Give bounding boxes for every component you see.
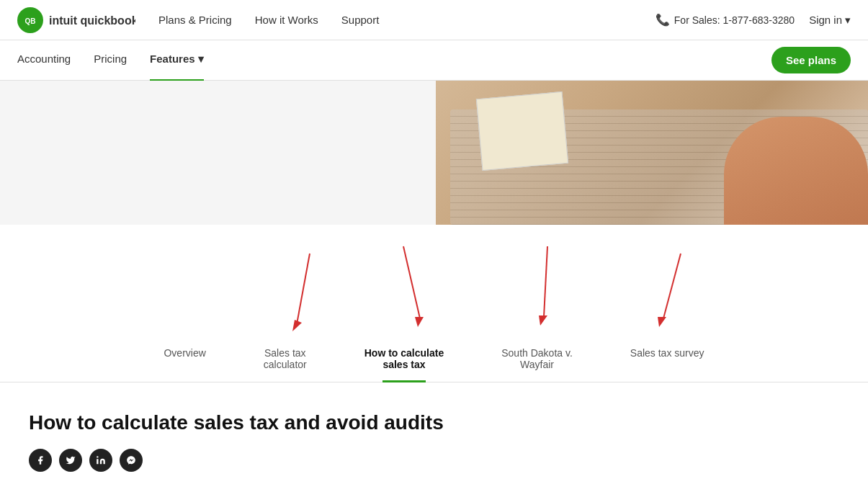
red-arrows-svg (0, 225, 868, 347)
sub-navigation: Accounting Pricing Features ▾ See plans (0, 40, 868, 81)
svg-line-5 (403, 246, 420, 318)
svg-marker-4 (292, 320, 302, 331)
social-icons-row (29, 449, 839, 472)
article-area: How to calculate sales tax and avoid aud… (0, 382, 868, 479)
twitter-icon (66, 455, 76, 465)
svg-line-3 (297, 254, 310, 324)
messenger-share-button[interactable] (120, 449, 143, 472)
tabs-row: Overview Sales tax calculator How to cal… (0, 347, 868, 382)
sign-in-button[interactable]: Sign in ▾ (809, 14, 851, 27)
package-decoration (476, 91, 568, 171)
svg-marker-10 (658, 317, 666, 327)
accounting-link[interactable]: Accounting (17, 53, 71, 68)
features-link[interactable]: Features ▾ (150, 53, 204, 68)
tab-how-to-calculate[interactable]: How to calculate sales tax (364, 347, 444, 382)
quickbooks-logo: QB (17, 7, 43, 33)
see-plans-button[interactable]: See plans (771, 47, 851, 73)
hero-image (0, 81, 868, 225)
arrows-tabs-area: Overview Sales tax calculator How to cal… (0, 225, 868, 382)
sub-nav-links: Accounting Pricing Features ▾ (17, 53, 771, 68)
quickbooks-wordmark: intuit quickbooks (49, 12, 135, 28)
svg-text:QB: QB (25, 17, 36, 24)
phone-area: 📞 For Sales: 1-877-683-3280 (656, 13, 795, 27)
hero-image-placeholder (436, 81, 868, 225)
phone-icon: 📞 (656, 13, 670, 27)
linkedin-icon (96, 455, 106, 465)
pricing-link[interactable]: Pricing (94, 53, 127, 68)
svg-marker-6 (415, 317, 424, 327)
twitter-share-button[interactable] (59, 449, 82, 472)
svg-marker-8 (539, 315, 547, 326)
tab-south-dakota[interactable]: South Dakota v. Wayfair (501, 347, 573, 382)
hand-decoration (724, 117, 868, 225)
top-nav-right: 📞 For Sales: 1-877-683-3280 Sign in ▾ (656, 13, 851, 27)
chevron-down-icon: ▾ (198, 53, 204, 66)
top-navigation: QB intuit quickbooks Plans & Pricing How… (0, 0, 868, 40)
phone-number: For Sales: 1-877-683-3280 (674, 14, 795, 26)
logo-area[interactable]: QB intuit quickbooks (17, 7, 135, 33)
arrows-overlay (0, 225, 868, 347)
how-it-works-link[interactable]: How it Works (255, 14, 318, 26)
tab-sales-tax-calculator[interactable]: Sales tax calculator (264, 347, 307, 382)
chevron-down-icon: ▾ (845, 14, 851, 27)
plans-pricing-link[interactable]: Plans & Pricing (158, 14, 232, 26)
top-nav-links: Plans & Pricing How it Works Support (158, 14, 656, 26)
facebook-share-button[interactable] (29, 449, 52, 472)
support-link[interactable]: Support (341, 14, 380, 26)
sign-in-label: Sign in (809, 14, 842, 26)
svg-text:intuit quickbooks: intuit quickbooks (49, 14, 135, 27)
svg-point-11 (97, 456, 98, 457)
svg-line-7 (544, 246, 547, 317)
linkedin-share-button[interactable] (89, 449, 112, 472)
article-title: How to calculate sales tax and avoid aud… (29, 411, 839, 434)
svg-line-9 (663, 254, 681, 318)
facebook-icon (35, 455, 45, 465)
messenger-icon (126, 455, 136, 465)
tab-sales-tax-survey[interactable]: Sales tax survey (630, 347, 704, 382)
tab-overview[interactable]: Overview (164, 347, 205, 382)
